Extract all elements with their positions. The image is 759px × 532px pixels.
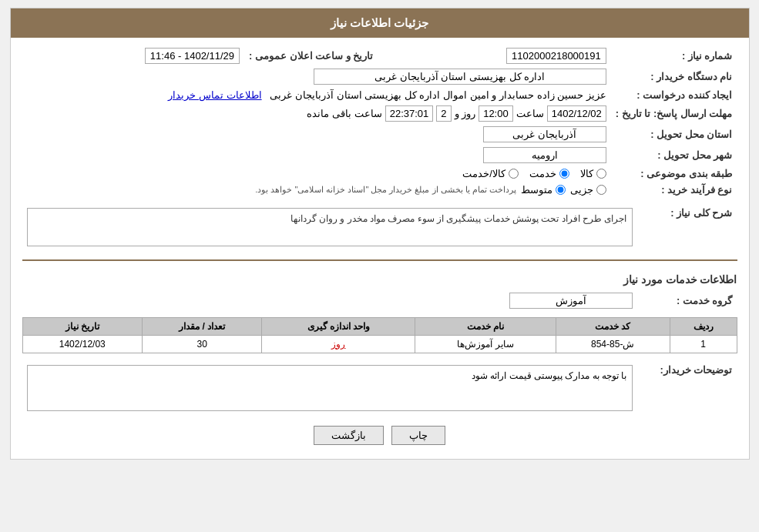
row-city: شهر محل تحویل : ارومیه (22, 145, 737, 166)
back-button[interactable]: بازگشت (314, 426, 384, 445)
page-header: جزئیات اطلاعات نیاز (11, 8, 749, 38)
category-label: طبقه بندی موضوعی : (611, 166, 737, 182)
col-row-num: ردیف (670, 318, 737, 336)
reply-countdown: 22:37:01 (385, 105, 434, 122)
col-service-name: نام خدمت (415, 318, 556, 336)
reply-days-label: روز و (455, 108, 476, 119)
row-purchase-type: نوع فرآیند خرید : جزیی متوسط پرداخت تمام… (22, 182, 737, 198)
content-area: شماره نیاز : 1102000218000191 تاریخ و سا… (11, 38, 749, 459)
purchase-type-motavasset: متوسط (521, 184, 566, 196)
category-label-kala-khedmat: کالا/خدمت (462, 168, 505, 179)
buyer-notes-box: با توجه به مدارک پیوستی قیمت ارائه شود (27, 365, 633, 411)
purchase-type-row: جزیی متوسط پرداخت تمام یا بخشی از مبلغ خ… (27, 184, 606, 196)
purchase-radio-motavasset[interactable] (556, 185, 566, 195)
row-requester: ایجاد کننده درخواست : عزیز حسین زاده حسا… (22, 87, 737, 103)
services-section: اطلاعات خدمات مورد نیاز (22, 259, 737, 286)
services-table-header-row: ردیف کد خدمت نام خدمت واحد اندازه گیری ت… (22, 318, 737, 336)
category-label-khedmat: خدمت (529, 168, 556, 179)
buyer-notes-label: توضیحات خریدار: (637, 360, 737, 417)
cell-service-name: سایر آموزش‌ها (415, 336, 556, 353)
need-number-label: شماره نیاز : (611, 45, 737, 66)
col-quantity: تعداد / مقدار (142, 318, 261, 336)
buyer-notes-value: با توجه به مدارک پیوستی قیمت ارائه شود (472, 370, 626, 381)
category-radio-kala[interactable] (596, 169, 606, 179)
row-buyer-notes: توضیحات خریدار: با توجه به مدارک پیوستی … (22, 360, 737, 417)
reply-days: 2 (436, 105, 451, 122)
contact-link[interactable]: اطلاعات تماس خریدار (168, 89, 261, 101)
need-number-value: 1102000218000191 (506, 48, 606, 64)
buyer-org-label: نام دستگاه خریدار : (611, 66, 737, 87)
service-group-label: گروه خدمت : (637, 290, 737, 311)
category-option-kala-khedmat: کالا/خدمت (462, 168, 519, 179)
reply-date: 1402/12/02 (547, 105, 606, 122)
services-table-body: 1 ش-85-854 سایر آموزش‌ها روز 30 1402/12/… (22, 336, 737, 353)
row-need-number: شماره نیاز : 1102000218000191 تاریخ و سا… (22, 45, 737, 66)
need-desc-table: شرح کلی نیاز : اجرای طرح افراد تحت پوشش … (22, 202, 737, 252)
reply-time-label: ساعت (516, 108, 544, 119)
need-desc-value: اجرای طرح افراد تحت پوشش خدمات پیشگیری ا… (291, 213, 627, 224)
row-reply-deadline: مهلت ارسال پاسخ: تا تاریخ : 1402/12/02 س… (22, 103, 737, 124)
reply-time: 12:00 (479, 105, 513, 122)
info-table: شماره نیاز : 1102000218000191 تاریخ و سا… (22, 45, 737, 198)
row-buyer-org: نام دستگاه خریدار : اداره کل بهزیستی است… (22, 66, 737, 87)
reply-remaining: ساعت باقی مانده (307, 108, 381, 119)
cell-row-num: 1 (670, 336, 737, 353)
category-radio-khedmat[interactable] (559, 169, 569, 179)
row-service-group: گروه خدمت : آموزش (22, 290, 737, 311)
service-group-table: گروه خدمت : آموزش (22, 290, 737, 311)
city-label: شهر محل تحویل : (611, 145, 737, 166)
cell-need-date: 1402/12/03 (22, 336, 142, 353)
col-unit: واحد اندازه گیری (262, 318, 415, 336)
col-service-code: کد خدمت (556, 318, 670, 336)
service-group-value: آموزش (509, 293, 633, 309)
purchase-type-jozi: جزیی (570, 184, 606, 196)
purchase-label-motavasset: متوسط (521, 184, 552, 196)
category-option-khedmat: خدمت (529, 168, 569, 179)
buyer-org-value: اداره کل بهزیستی استان آذربایجان غربی (314, 69, 606, 85)
need-desc-label: شرح کلی نیاز : (637, 202, 737, 252)
category-option-kala: کالا (580, 168, 606, 179)
purchase-type-note: پرداخت تمام یا بخشی از مبلغ خریدار مجل "… (255, 185, 516, 195)
category-radio-kala-khedmat[interactable] (509, 169, 519, 179)
countdown-row: 1402/12/02 ساعت 12:00 روز و 2 22:37:01 س… (27, 105, 606, 122)
requester-value: عزیز حسین زاده حسابدار و امین اموال ادار… (270, 89, 606, 101)
row-need-desc: شرح کلی نیاز : اجرای طرح افراد تحت پوشش … (22, 202, 737, 252)
services-section-title: اطلاعات خدمات مورد نیاز (22, 273, 737, 286)
province-value: آذربایجان غربی (483, 126, 606, 142)
province-label: استان محل تحویل : (611, 124, 737, 145)
need-desc-box: اجرای طرح افراد تحت پوشش خدمات پیشگیری ا… (27, 208, 633, 246)
purchase-type-label: نوع فرآیند خرید : (611, 182, 737, 198)
main-container: جزئیات اطلاعات نیاز شماره نیاز : 1102000… (10, 8, 750, 460)
requester-label: ایجاد کننده درخواست : (611, 87, 737, 103)
reply-deadline-label: مهلت ارسال پاسخ: تا تاریخ : (611, 103, 737, 124)
row-category: طبقه بندی موضوعی : کالا خدمت (22, 166, 737, 182)
col-need-date: تاریخ نیاز (22, 318, 142, 336)
category-radio-group: کالا خدمت کالا/خدمت (27, 168, 606, 179)
announce-label: تاریخ و ساعت اعلان عمومی : (244, 45, 378, 66)
buyer-notes-table: توضیحات خریدار: با توجه به مدارک پیوستی … (22, 360, 737, 417)
cell-unit: روز (262, 336, 415, 353)
city-value: ارومیه (483, 147, 606, 163)
table-row: 1 ش-85-854 سایر آموزش‌ها روز 30 1402/12/… (22, 336, 737, 353)
purchase-label-jozi: جزیی (570, 184, 593, 196)
services-table-header: ردیف کد خدمت نام خدمت واحد اندازه گیری ت… (22, 318, 737, 336)
purchase-radio-jozi[interactable] (596, 185, 606, 195)
services-table: ردیف کد خدمت نام خدمت واحد اندازه گیری ت… (22, 317, 737, 353)
announce-value: 1402/11/29 - 11:46 (145, 48, 240, 64)
button-row: چاپ بازگشت (22, 426, 737, 445)
category-label-kala: کالا (580, 168, 593, 179)
print-button[interactable]: چاپ (391, 426, 445, 445)
cell-service-code: ش-85-854 (556, 336, 670, 353)
cell-quantity: 30 (142, 336, 261, 353)
row-province: استان محل تحویل : آذربایجان غربی (22, 124, 737, 145)
page-title: جزئیات اطلاعات نیاز (331, 16, 428, 29)
